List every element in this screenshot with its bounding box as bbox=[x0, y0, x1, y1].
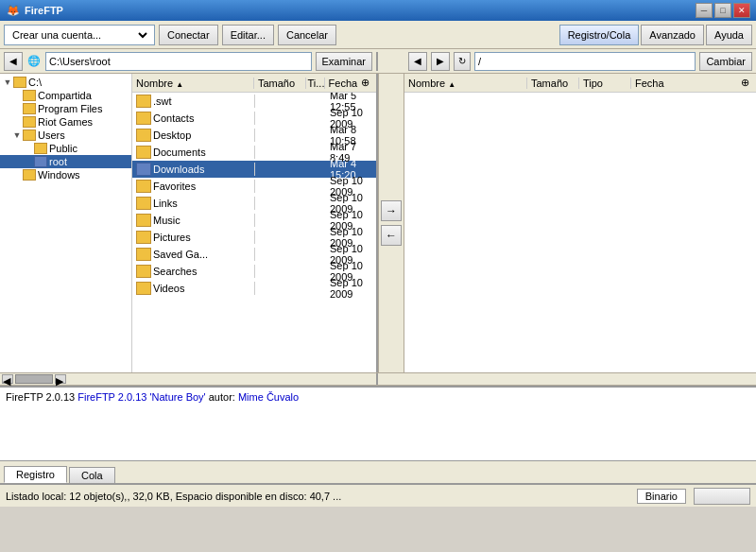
folder-icon bbox=[136, 95, 151, 108]
avanzado-button[interactable]: Avanzado bbox=[641, 25, 704, 45]
edit-button[interactable]: Editar... bbox=[222, 25, 274, 45]
remote-scrollbar[interactable] bbox=[404, 373, 756, 385]
remote-forward-button[interactable]: ▶ bbox=[431, 52, 450, 71]
folder-icon bbox=[136, 282, 151, 295]
folder-icon bbox=[136, 180, 151, 193]
remote-header-type[interactable]: Tipo bbox=[579, 78, 631, 89]
local-globe-icon: 🌐 bbox=[26, 54, 42, 69]
log-mime-cuvalo-link[interactable]: Mime Čuvalo bbox=[238, 391, 299, 403]
folder-icon bbox=[34, 156, 47, 167]
ayuda-button[interactable]: Ayuda bbox=[706, 25, 752, 45]
scroll-thumb[interactable] bbox=[15, 374, 53, 384]
local-path-input[interactable] bbox=[45, 52, 312, 71]
app-icon: 🦊 bbox=[6, 3, 21, 18]
tree-item-riot-games[interactable]: Riot Games bbox=[0, 115, 131, 129]
tree-item-compartida[interactable]: Compartida bbox=[0, 89, 131, 102]
status-action-button[interactable] bbox=[694, 488, 750, 505]
remote-file-header: Nombre ▲ Tamaño Tipo Fecha ⊕ bbox=[404, 74, 756, 93]
tree-toggle: ▼ bbox=[11, 130, 23, 140]
tree-label: Public bbox=[49, 143, 77, 154]
tree-toggle: ▼ bbox=[2, 78, 13, 87]
account-dropdown[interactable]: Crear una cuenta... bbox=[4, 25, 155, 45]
tab-cola[interactable]: Cola bbox=[69, 467, 115, 483]
toolbar-right: Registro/Cola Avanzado Ayuda bbox=[559, 25, 752, 45]
tree-label: Windows bbox=[38, 169, 80, 181]
remote-header-extra: ⊕ bbox=[741, 77, 756, 89]
tree-label: Program Files bbox=[38, 103, 102, 114]
local-file-list: Nombre ▲ Tamaño Ti... Fecha ⊕ .swt Mar 5… bbox=[132, 74, 376, 372]
local-tree: ▼ C:\ Compartida Program Files Riot Game… bbox=[0, 74, 132, 372]
tree-item-root[interactable]: root bbox=[0, 155, 131, 168]
tree-label: C:\ bbox=[28, 77, 42, 88]
close-button[interactable]: ✕ bbox=[733, 3, 750, 18]
header-type[interactable]: Ti... bbox=[306, 78, 325, 89]
cambiar-button[interactable]: Cambiar bbox=[699, 52, 752, 71]
remote-header-size[interactable]: Tamaño bbox=[527, 78, 579, 89]
log-nature-boy-link[interactable]: 'Nature Boy' bbox=[149, 391, 205, 403]
tree-label: Users bbox=[38, 129, 65, 141]
examinar-button[interactable]: Examinar bbox=[316, 52, 372, 71]
status-text: Listado local: 12 objeto(s),, 32,0 KB, E… bbox=[6, 491, 629, 502]
tree-item-program-files[interactable]: Program Files bbox=[0, 102, 131, 115]
tree-label: root bbox=[49, 156, 67, 167]
folder-icon bbox=[13, 77, 26, 88]
folder-icon bbox=[23, 90, 36, 101]
folder-icon bbox=[23, 103, 36, 114]
remote-panel: Nombre ▲ Tamaño Tipo Fecha ⊕ bbox=[404, 74, 756, 372]
folder-icon bbox=[23, 169, 36, 181]
remote-header-date[interactable]: Fecha bbox=[631, 78, 741, 89]
remote-back-button[interactable]: ◀ bbox=[408, 52, 427, 71]
connect-button[interactable]: Conectar bbox=[159, 25, 218, 45]
scrollbar-area: ◀ ▶ bbox=[0, 372, 756, 386]
folder-icon bbox=[23, 129, 36, 141]
tree-label: Compartida bbox=[38, 90, 92, 101]
scroll-left[interactable]: ◀ bbox=[2, 374, 13, 384]
status-mode: Binario bbox=[637, 489, 686, 504]
log-fireftp-link[interactable]: FireFTP 2.0.13 bbox=[77, 391, 146, 403]
tree-item-c[interactable]: ▼ C:\ bbox=[0, 76, 131, 89]
folder-icon bbox=[136, 248, 151, 261]
file-list-header: Nombre ▲ Tamaño Ti... Fecha ⊕ bbox=[132, 74, 376, 93]
tree-item-public[interactable]: Public bbox=[0, 142, 131, 155]
registro-cola-button[interactable]: Registro/Cola bbox=[559, 25, 640, 45]
tabs-area: Registro Cola bbox=[0, 461, 756, 484]
minimize-button[interactable]: ─ bbox=[696, 3, 713, 18]
transfer-left-button[interactable]: ← bbox=[381, 225, 402, 246]
title-bar-text: FireFTP bbox=[25, 5, 696, 16]
account-select[interactable]: Crear una cuenta... bbox=[9, 28, 150, 42]
folder-icon bbox=[136, 163, 151, 176]
sort-arrow: ▲ bbox=[448, 80, 455, 89]
toolbar: Crear una cuenta... Conectar Editar... C… bbox=[0, 21, 756, 49]
transfer-right-button[interactable]: → bbox=[381, 200, 402, 221]
file-row[interactable]: Videos Sep 10 2009 bbox=[132, 280, 376, 297]
remote-path-input[interactable] bbox=[474, 52, 696, 71]
title-bar-buttons: ─ □ ✕ bbox=[696, 3, 750, 18]
scrollbar-gap bbox=[378, 373, 404, 385]
local-scrollbar[interactable]: ◀ ▶ bbox=[0, 373, 378, 385]
folder-icon bbox=[136, 231, 151, 244]
tree-item-users[interactable]: ▼ Users bbox=[0, 129, 131, 142]
header-date[interactable]: Fecha bbox=[325, 78, 362, 89]
folder-icon bbox=[23, 116, 36, 128]
log-autor: autor: bbox=[209, 391, 238, 403]
folder-icon bbox=[136, 129, 151, 142]
folder-icon bbox=[136, 197, 151, 210]
scroll-right[interactable]: ▶ bbox=[55, 374, 66, 384]
local-back-button[interactable]: ◀ bbox=[4, 52, 23, 71]
log-area: FireFTP 2.0.13 FireFTP 2.0.13 'Nature Bo… bbox=[0, 386, 756, 461]
header-name[interactable]: Nombre ▲ bbox=[132, 78, 254, 89]
remote-header-name[interactable]: Nombre ▲ bbox=[404, 78, 527, 89]
tab-registro[interactable]: Registro bbox=[4, 466, 67, 483]
header-size[interactable]: Tamaño bbox=[254, 78, 306, 89]
folder-icon bbox=[136, 214, 151, 227]
tree-item-windows[interactable]: Windows bbox=[0, 168, 131, 181]
maximize-button[interactable]: □ bbox=[714, 3, 731, 18]
remote-reload-button[interactable]: ↻ bbox=[454, 52, 471, 71]
header-extra: ⊕ bbox=[361, 77, 376, 89]
sort-arrow-name: ▲ bbox=[176, 80, 183, 89]
folder-icon bbox=[136, 146, 151, 159]
title-bar: 🦊 FireFTP ─ □ ✕ bbox=[0, 0, 756, 21]
cancel-button[interactable]: Cancelar bbox=[278, 25, 336, 45]
tree-label: Riot Games bbox=[38, 116, 93, 128]
transfer-buttons: → ← bbox=[378, 74, 404, 372]
